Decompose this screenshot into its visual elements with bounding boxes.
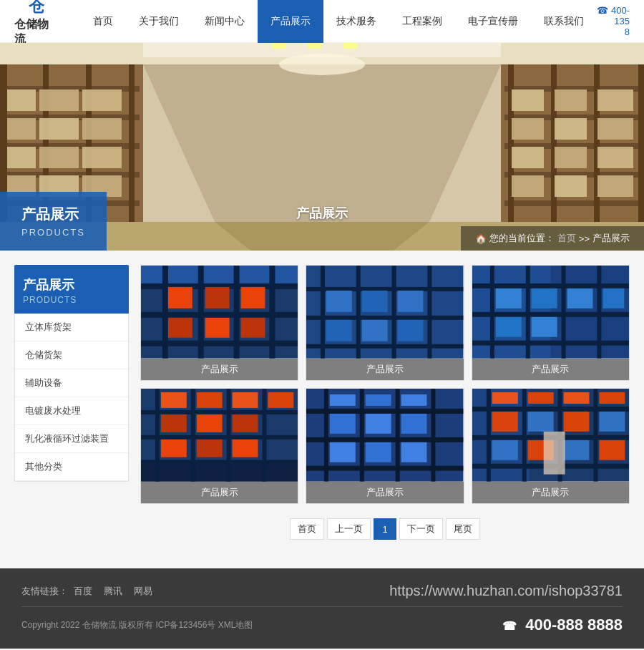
svg-rect-131	[366, 414, 391, 434]
svg-rect-79	[362, 291, 388, 312]
svg-rect-149	[492, 412, 518, 432]
page-next[interactable]: 下一页	[399, 518, 443, 540]
svg-rect-133	[330, 442, 356, 462]
phone-line3: 8	[597, 26, 630, 37]
svg-point-50	[279, 54, 365, 75]
sidebar-title: 产品展示	[23, 276, 120, 294]
footer-url: https://www.huzhan.com/ishop33781	[389, 583, 623, 599]
footer-links: 百度腾讯网易	[74, 585, 152, 598]
nav-item-技术服务[interactable]: 技术服务	[323, 0, 389, 43]
svg-rect-41	[597, 118, 633, 140]
main-nav: 首页关于我们新闻中心产品展示技术服务工程案例电子宣传册联系我们	[80, 0, 597, 43]
breadcrumb-home-icon: 🏠	[475, 233, 487, 244]
nav-item-工程案例[interactable]: 工程案例	[389, 0, 455, 43]
product-caption: 产品展示	[472, 359, 629, 380]
svg-rect-132	[401, 414, 427, 434]
svg-rect-18	[39, 118, 79, 140]
svg-rect-17	[7, 118, 36, 140]
sidebar-item[interactable]: 乳化液循环过滤装置	[15, 425, 128, 453]
breadcrumb-separator: >>	[579, 233, 590, 244]
breadcrumb-current: 产品展示	[592, 232, 630, 245]
svg-rect-83	[398, 320, 424, 341]
product-image	[141, 266, 298, 359]
product-card[interactable]: 产品展示	[472, 265, 630, 381]
svg-rect-135	[401, 442, 427, 462]
svg-rect-63	[168, 287, 192, 309]
svg-rect-38	[597, 89, 633, 111]
product-grid: 产品展示 产品展示	[140, 265, 630, 504]
nav-item-关于我们[interactable]: 关于我们	[126, 0, 192, 43]
svg-rect-110	[233, 392, 258, 408]
product-caption: 产品展示	[141, 482, 298, 503]
svg-rect-21	[39, 147, 79, 168]
footer-phone-number: 400-888 8888	[525, 616, 623, 634]
svg-rect-45	[512, 175, 544, 197]
sidebar-item[interactable]: 仓储货架	[15, 341, 128, 369]
svg-rect-113	[197, 414, 223, 432]
svg-rect-80	[398, 291, 424, 312]
footer-phone: ☎ 400-888 8888	[502, 616, 623, 634]
svg-rect-134	[366, 442, 391, 462]
svg-rect-42	[512, 147, 544, 168]
product-caption: 产品展示	[141, 359, 298, 380]
svg-rect-37	[555, 89, 587, 111]
svg-rect-91	[472, 312, 629, 317]
footer-link[interactable]: 百度	[74, 585, 92, 598]
product-card[interactable]: 产品展示	[472, 388, 630, 504]
svg-rect-78	[326, 291, 352, 312]
svg-rect-68	[241, 318, 265, 338]
svg-rect-153	[492, 440, 518, 460]
sidebar-item[interactable]: 辅助设备	[15, 369, 128, 397]
page-prev[interactable]: 上一页	[327, 518, 371, 540]
product-card[interactable]: 产品展示	[140, 265, 298, 381]
svg-rect-105	[141, 410, 298, 414]
banner-title: 产品展示	[21, 205, 85, 224]
logo-icon: 仓	[29, 0, 44, 17]
svg-rect-92	[472, 341, 629, 346]
svg-rect-117	[233, 440, 258, 457]
svg-rect-81	[326, 320, 352, 341]
svg-rect-39	[512, 118, 544, 140]
nav-item-新闻中心[interactable]: 新闻中心	[192, 0, 258, 43]
hero-banner: 产品展示 PRODUCTS 产品展示 🏠 您的当前位置： 首页 >> 产品展示	[0, 43, 644, 251]
svg-rect-155	[563, 440, 589, 460]
sidebar-item[interactable]: 电镀废水处理	[15, 397, 128, 425]
svg-rect-35	[508, 64, 514, 222]
footer-link[interactable]: 腾讯	[104, 585, 122, 598]
product-card[interactable]: 产品展示	[140, 388, 298, 504]
svg-rect-64	[205, 287, 230, 309]
sidebar-item[interactable]: 其他分类	[15, 453, 128, 481]
main-container: 产品展示 PRODUCTS 立体库货架仓储货架辅助设备电镀废水处理乳化液循环过滤…	[0, 251, 644, 568]
banner-page-title: 产品展示	[296, 205, 348, 222]
product-card[interactable]: 产品展示	[306, 388, 464, 504]
page-first[interactable]: 首页	[290, 518, 324, 540]
svg-rect-52	[308, 43, 322, 49]
svg-rect-36	[512, 89, 544, 111]
nav-item-首页[interactable]: 首页	[80, 0, 126, 43]
svg-rect-130	[330, 414, 356, 434]
svg-rect-93	[496, 288, 522, 309]
breadcrumb-home-link[interactable]: 首页	[557, 232, 576, 245]
product-caption: 产品展示	[472, 482, 629, 503]
sidebar: 产品展示 PRODUCTS 立体库货架仓储货架辅助设备电镀废水处理乳化液循环过滤…	[14, 265, 129, 554]
svg-rect-13	[129, 64, 135, 222]
svg-rect-112	[161, 414, 187, 432]
product-card[interactable]: 产品展示	[306, 265, 464, 381]
svg-rect-94	[531, 288, 557, 309]
breadcrumb: 🏠 您的当前位置： 首页 >> 产品展示	[461, 226, 644, 251]
svg-rect-46	[555, 175, 587, 197]
nav-item-产品展示[interactable]: 产品展示	[258, 0, 323, 43]
nav-item-电子宣传册[interactable]: 电子宣传册	[455, 0, 531, 43]
nav-item-联系我们[interactable]: 联系我们	[531, 0, 597, 43]
svg-rect-67	[205, 318, 230, 338]
svg-rect-62	[141, 341, 298, 346]
svg-rect-40	[555, 118, 587, 140]
page-last[interactable]: 尾页	[446, 518, 480, 540]
svg-rect-31	[504, 200, 644, 206]
footer-top: 友情链接： 百度腾讯网易 https://www.huzhan.com/isho…	[21, 583, 623, 599]
page-current[interactable]: 1	[374, 518, 396, 540]
sidebar-item[interactable]: 立体库货架	[15, 314, 128, 341]
footer-link[interactable]: 网易	[134, 585, 152, 598]
breadcrumb-location-text: 您的当前位置：	[489, 232, 555, 245]
footer: 友情链接： 百度腾讯网易 https://www.huzhan.com/isho…	[0, 568, 644, 649]
